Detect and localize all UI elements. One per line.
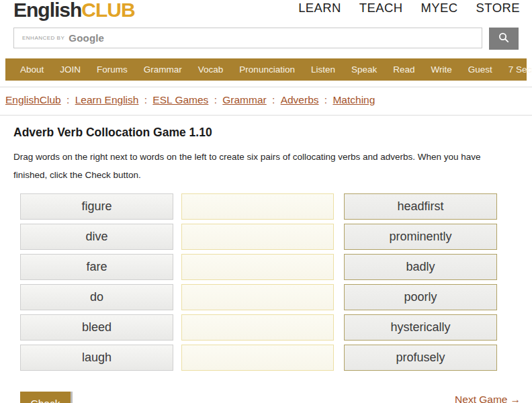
breadcrumb: EnglishClub : Learn English : ESL Games … — [5, 94, 532, 106]
game-row: laughprofusely — [20, 345, 532, 371]
adverb-tile[interactable]: profusely — [344, 345, 497, 371]
search-input[interactable]: ENHANCED BY Google — [13, 28, 482, 48]
nav-item-about[interactable]: About — [20, 64, 44, 75]
nav-item-grammar[interactable]: Grammar — [144, 64, 182, 75]
nav-item-guest[interactable]: Guest — [468, 64, 492, 75]
breadcrumb-link-matching[interactable]: Matching — [332, 94, 375, 105]
search-row: ENHANCED BY Google — [13, 28, 519, 50]
top-nav: LEARNTEACHMYECSTORE — [298, 1, 520, 15]
nav-item-7-secrets[interactable]: 7 Secrets — [508, 64, 532, 75]
instructions-text: Drag words on the right next to words on… — [13, 148, 516, 184]
game-row: dopoorly — [20, 284, 532, 310]
nav-item-pronunciation[interactable]: Pronunciation — [239, 64, 295, 75]
nav-item-vocab[interactable]: Vocab — [198, 64, 224, 75]
site-logo[interactable]: EnglishCLUB — [13, 0, 135, 21]
adverb-tile[interactable]: headfirst — [344, 193, 497, 220]
breadcrumb-separator: : — [322, 94, 330, 105]
top-nav-item-teach[interactable]: TEACH — [359, 1, 403, 15]
breadcrumb-link-learn-english[interactable]: Learn English — [75, 94, 139, 105]
game-row: figureheadfirst — [20, 193, 532, 220]
top-nav-item-learn[interactable]: LEARN — [298, 1, 341, 15]
adverb-tile[interactable]: poorly — [344, 284, 497, 310]
game-row: farebadly — [20, 254, 532, 280]
verb-box: dive — [20, 224, 173, 250]
drop-zone[interactable] — [181, 224, 334, 250]
google-logo: Google — [69, 32, 104, 44]
drop-zone[interactable] — [181, 284, 334, 310]
drop-zone[interactable] — [181, 193, 334, 220]
nav-item-join[interactable]: JOIN — [60, 64, 81, 75]
game-row: bleedhysterically — [20, 314, 532, 341]
check-button[interactable]: Check — [20, 392, 73, 403]
verb-box: figure — [20, 193, 173, 220]
drop-zone[interactable] — [181, 314, 334, 341]
breadcrumb-separator: : — [64, 94, 73, 105]
breadcrumb-link-esl-games[interactable]: ESL Games — [152, 94, 208, 105]
search-button[interactable] — [489, 28, 519, 50]
footer: Check Next Game→ — [0, 392, 532, 403]
drop-zone[interactable] — [181, 254, 334, 280]
divider-under-nav — [0, 87, 532, 87]
site-header: EnglishCLUB LEARNTEACHMYECSTORE — [0, 0, 532, 21]
breadcrumb-separator: : — [211, 94, 220, 105]
breadcrumb-link-grammar[interactable]: Grammar — [222, 94, 266, 105]
verb-box: bleed — [20, 314, 173, 341]
breadcrumb-link-adverbs[interactable]: Adverbs — [281, 94, 319, 105]
breadcrumb-separator: : — [141, 94, 150, 105]
verb-box: fare — [20, 254, 173, 280]
nav-item-forums[interactable]: Forums — [97, 64, 128, 75]
next-game-link[interactable]: Next Game→ — [455, 394, 521, 403]
adverb-tile[interactable]: hysterically — [344, 314, 497, 341]
enhanced-by-label: ENHANCED BY — [22, 35, 64, 41]
breadcrumb-link-englishclub[interactable]: EnglishClub — [5, 94, 61, 105]
breadcrumb-separator: : — [269, 94, 278, 105]
search-icon — [498, 32, 509, 45]
main-nav: AboutJOINForumsGrammarVocabPronunciation… — [5, 58, 527, 81]
adverb-tile[interactable]: badly — [344, 254, 497, 280]
matching-game: figureheadfirstdiveprominentlyfarebadlyd… — [20, 193, 532, 371]
logo-text-english: English — [13, 0, 81, 21]
verb-box: do — [20, 284, 173, 310]
page-title: Adverb Verb Collocation Game 1.10 — [13, 126, 532, 140]
top-nav-item-myec[interactable]: MYEC — [421, 1, 458, 15]
nav-item-read[interactable]: Read — [393, 64, 414, 75]
logo-text-club: CLUB — [81, 0, 134, 21]
nav-item-listen[interactable]: Listen — [311, 64, 335, 75]
next-game-label: Next Game — [455, 394, 507, 403]
right-arrow-icon: → — [511, 394, 521, 403]
verb-box: laugh — [20, 345, 173, 371]
adverb-tile[interactable]: prominently — [344, 224, 497, 250]
divider-under-breadcrumb — [0, 115, 532, 116]
game-row: diveprominently — [20, 224, 532, 250]
nav-item-write[interactable]: Write — [431, 64, 452, 75]
top-nav-item-store[interactable]: STORE — [476, 1, 520, 15]
drop-zone[interactable] — [181, 345, 334, 371]
nav-item-speak[interactable]: Speak — [351, 64, 377, 75]
